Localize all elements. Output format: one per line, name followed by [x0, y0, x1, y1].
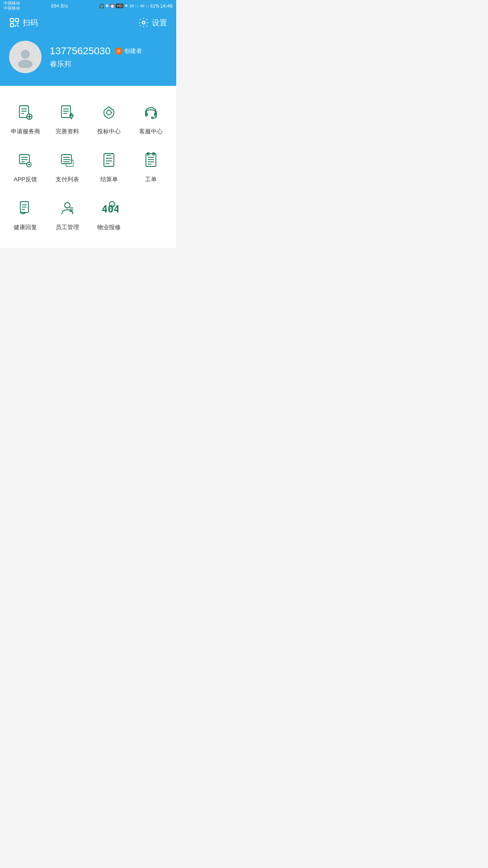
- staff-mgmt-icon: [57, 198, 78, 219]
- svg-point-58: [65, 203, 70, 208]
- network-speed: 694 B/s: [51, 4, 68, 9]
- svg-point-10: [18, 60, 33, 68]
- customer-service-icon: [141, 102, 161, 123]
- settlement-icon: [99, 150, 119, 171]
- svg-rect-2: [10, 24, 14, 27]
- svg-text:ω: ω: [111, 203, 114, 207]
- scan-icon: [9, 17, 20, 28]
- svg-point-23: [107, 110, 111, 115]
- menu-item-settlement[interactable]: 结算单: [88, 143, 130, 191]
- menu-label-work-order: 工单: [145, 175, 157, 184]
- creator-badge: O 创建者: [115, 47, 142, 55]
- apply-service-icon: [15, 102, 36, 123]
- menu-label-payment-list: 支付列表: [56, 175, 79, 184]
- creator-label: 创建者: [124, 47, 142, 55]
- profile-section: 13775625030 O 创建者 睿乐邦: [0, 33, 176, 86]
- menu-item-health-reply[interactable]: 健康回复: [5, 191, 47, 239]
- svg-rect-1: [15, 19, 19, 22]
- menu-item-work-order[interactable]: 工单: [130, 143, 172, 191]
- profile-info: 13775625030 O 创建者 睿乐邦: [50, 45, 142, 69]
- svg-point-8: [142, 21, 145, 24]
- carrier-info: 中国移动 中国移动: [4, 1, 20, 11]
- bid-center-icon: [99, 102, 119, 123]
- menu-label-bid-center: 投标中心: [97, 127, 121, 136]
- complete-info-icon: [57, 102, 78, 123]
- status-bar: 中国移动 中国移动 694 B/s 🎧 ✱ ⏰ HD 👁 26 ↑↓ 46 ↑↓…: [0, 0, 176, 12]
- menu-label-complete-info: 完善资料: [56, 127, 79, 136]
- menu-label-health-reply: 健康回复: [14, 223, 37, 231]
- menu-row-1: 申请服务商 完善资料: [5, 95, 172, 143]
- menu-row-3: 健康回复 员工管理 404 ω: [5, 191, 172, 239]
- menu-item-property-repair[interactable]: 404 ω 物业报修: [88, 191, 130, 239]
- work-order-icon: [141, 150, 161, 171]
- menu-label-staff-mgmt: 员工管理: [56, 223, 79, 231]
- creator-dot-icon: O: [115, 47, 122, 55]
- scan-label: 扫码: [23, 18, 38, 28]
- health-reply-icon: [15, 198, 36, 219]
- status-indicators: 🎧 ✱ ⏰ HD 👁 26 ↑↓ 46 ↑↓ 61% 14:46: [99, 3, 173, 9]
- menu-row-2: APP反馈 支付列表: [5, 143, 172, 191]
- svg-rect-0: [10, 19, 14, 22]
- settings-button[interactable]: 设置: [138, 17, 167, 28]
- svg-line-6: [17, 25, 19, 27]
- menu-item-complete-info[interactable]: 完善资料: [47, 95, 89, 143]
- menu-item-apply-service[interactable]: 申请服务商: [5, 95, 47, 143]
- profile-org: 睿乐邦: [50, 60, 142, 69]
- settings-icon: [138, 17, 149, 28]
- empty-slot: [130, 191, 172, 239]
- menu-item-customer-service[interactable]: 客服中心: [130, 95, 172, 143]
- app-header: 扫码 设置: [0, 12, 176, 33]
- property-repair-icon: 404 ω: [99, 198, 119, 219]
- menu-section: 申请服务商 完善资料: [0, 86, 176, 248]
- menu-item-app-feedback[interactable]: APP反馈: [5, 143, 47, 191]
- avatar[interactable]: [9, 41, 42, 73]
- svg-rect-18: [61, 106, 70, 118]
- profile-phone: 13775625030: [50, 45, 111, 57]
- scan-button[interactable]: 扫码: [9, 17, 38, 28]
- menu-label-customer-service: 客服中心: [139, 127, 163, 136]
- menu-label-app-feedback: APP反馈: [14, 175, 37, 184]
- profile-name-row: 13775625030 O 创建者: [50, 45, 142, 57]
- svg-text:404: 404: [102, 203, 118, 215]
- payment-list-icon: [57, 150, 78, 171]
- svg-point-9: [21, 50, 30, 59]
- menu-label-property-repair: 物业报修: [97, 223, 121, 231]
- menu-label-apply-service: 申请服务商: [11, 127, 40, 136]
- menu-item-staff-mgmt[interactable]: 员工管理: [47, 191, 89, 239]
- app-feedback-icon: [15, 150, 36, 171]
- menu-item-payment-list[interactable]: 支付列表: [47, 143, 89, 191]
- menu-label-settlement: 结算单: [100, 175, 118, 184]
- settings-label: 设置: [152, 18, 167, 28]
- menu-item-bid-center[interactable]: 投标中心: [88, 95, 130, 143]
- svg-rect-36: [61, 155, 71, 164]
